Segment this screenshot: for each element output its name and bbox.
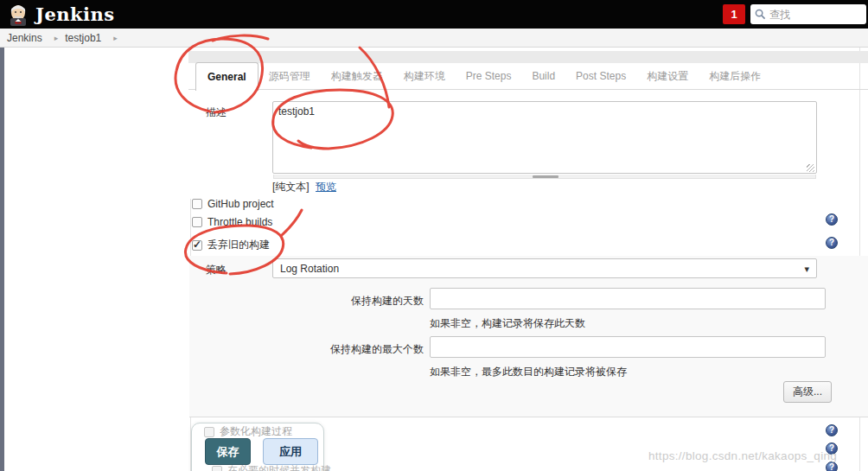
help-icon[interactable] (826, 213, 838, 226)
breadcrumb: Jenkins testjob1 (0, 29, 868, 48)
description-label: 描述 (206, 105, 227, 120)
max-builds-input[interactable] (430, 336, 826, 358)
parameterized-build-row: 参数化构建过程 (204, 424, 292, 439)
apply-button[interactable]: 应用 (263, 438, 318, 465)
tab-pre-steps[interactable]: Pre Steps (456, 62, 522, 90)
github-project-label[interactable]: GitHub project (207, 198, 274, 210)
tab-build-triggers[interactable]: 构建触发器 (321, 62, 393, 90)
tab-source-management[interactable]: 源码管理 (258, 62, 321, 90)
left-edge-strip (0, 48, 4, 471)
parameterized-build-label[interactable]: 参数化构建过程 (220, 424, 292, 439)
tab-build[interactable]: Build (521, 62, 565, 90)
app-title[interactable]: Jenkins (35, 3, 115, 25)
help-icon[interactable] (826, 461, 838, 471)
days-to-keep-input[interactable] (430, 288, 826, 309)
throttle-builds-row: Throttle builds (192, 216, 272, 228)
tab-post-build-actions[interactable]: 构建后操作 (699, 62, 771, 90)
discard-old-builds-checkbox[interactable] (192, 240, 202, 251)
github-project-row: GitHub project (192, 198, 274, 210)
watermark: https://blog.csdn.net/kakaops_qing (648, 449, 837, 462)
annotation-stroke-discard-tail (281, 210, 302, 236)
days-to-keep-hint: 如果非空，构建记录将保存此天数 (430, 316, 585, 331)
save-button[interactable]: 保存 (205, 438, 251, 465)
textarea-drag-handle[interactable] (273, 175, 816, 179)
throttle-builds-label[interactable]: Throttle builds (207, 216, 272, 228)
tab-build-settings[interactable]: 构建设置 (636, 62, 699, 90)
textarea-meta: [纯文本] 预览 (272, 180, 336, 194)
jenkins-config-page: Jenkins 1 Jenkins testjob1 General 源码管理 … (0, 0, 868, 471)
strategy-select[interactable]: Log Rotation (272, 258, 817, 278)
drag-bar-icon (533, 175, 558, 178)
tab-post-steps[interactable]: Post Steps (565, 62, 636, 90)
concurrent-builds-checkbox[interactable] (212, 466, 222, 471)
help-icon[interactable] (826, 237, 838, 249)
strategy-label: 策略 (206, 263, 227, 277)
tab-bar-band (188, 51, 868, 63)
tab-general[interactable]: General (195, 62, 258, 91)
breadcrumb-item-testjob1[interactable]: testjob1 (65, 32, 101, 44)
tab-build-environment[interactable]: 构建环境 (393, 62, 456, 90)
max-builds-hint: 如果非空，最多此数目的构建记录将被保存 (430, 365, 627, 379)
description-textarea[interactable]: testjob1 (272, 101, 817, 174)
chevron-down-icon (804, 263, 809, 275)
text-mode-label: [纯文本] (272, 181, 310, 193)
throttle-builds-checkbox[interactable] (192, 217, 202, 227)
advanced-button[interactable]: 高级... (783, 381, 832, 403)
config-tab-bar: General 源码管理 构建触发器 构建环境 Pre Steps Build … (195, 62, 771, 90)
max-builds-label: 保持构建的最大个数 (285, 342, 424, 357)
preview-link[interactable]: 预览 (316, 181, 336, 193)
notification-badge[interactable]: 1 (723, 4, 745, 24)
search-box (750, 4, 866, 24)
strategy-select-value: Log Rotation (280, 263, 804, 275)
textarea-resize-grip-icon[interactable] (807, 164, 814, 172)
parameterized-build-checkbox[interactable] (204, 427, 214, 437)
discard-old-builds-row: 丢弃旧的构建 (192, 238, 270, 252)
days-to-keep-label: 保持构建的天数 (285, 294, 424, 309)
help-icon[interactable] (826, 424, 838, 436)
discard-old-builds-label[interactable]: 丢弃旧的构建 (207, 238, 270, 252)
search-input[interactable] (769, 9, 856, 21)
search-icon (755, 9, 766, 20)
github-project-checkbox[interactable] (192, 199, 202, 209)
jenkins-butler-icon[interactable] (7, 3, 29, 26)
breadcrumb-separator-icon[interactable] (54, 34, 59, 42)
breadcrumb-separator-icon[interactable] (113, 34, 118, 42)
breadcrumb-item-jenkins[interactable]: Jenkins (7, 32, 42, 44)
top-bar: Jenkins 1 (0, 0, 868, 29)
